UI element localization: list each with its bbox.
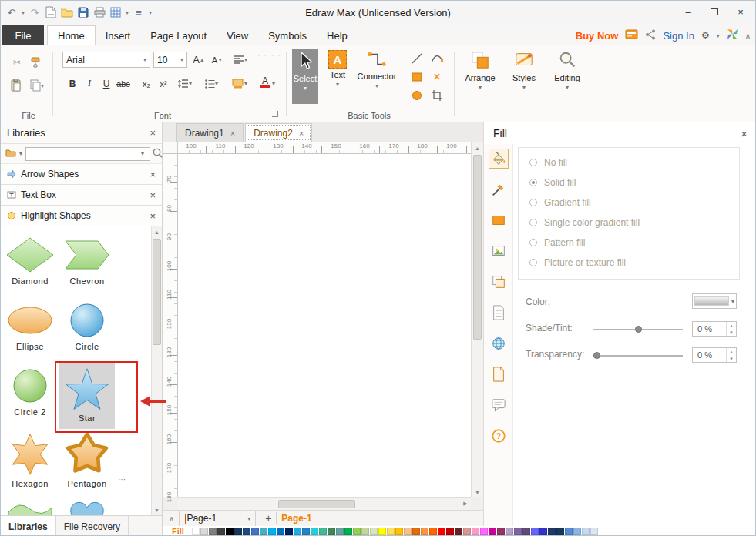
shape-format-icon[interactable] — [489, 210, 509, 230]
shape-item-partial-heart[interactable] — [59, 494, 115, 515]
palette-swatch[interactable] — [328, 528, 335, 535]
scrollbar-thumb[interactable] — [278, 500, 355, 508]
section-close-icon[interactable]: × — [150, 169, 156, 180]
bullet-dropdown-icon[interactable]: ▾ — [215, 80, 218, 87]
transparency-slider[interactable] — [593, 355, 683, 357]
redo-icon[interactable]: ↷ — [29, 5, 41, 19]
share-icon[interactable] — [645, 29, 656, 42]
fill-panel-close-icon[interactable]: × — [741, 127, 748, 140]
color-dropdown[interactable]: ▾ — [692, 293, 737, 309]
library-menu-icon[interactable] — [5, 148, 16, 159]
settings-dropdown-icon[interactable]: ▾ — [717, 32, 720, 39]
customize-dropdown-icon[interactable]: ▾ — [149, 9, 152, 16]
toolbar-dropdown-icon[interactable]: ▾ — [126, 9, 129, 16]
table-grid-icon[interactable] — [109, 5, 122, 19]
font-family-dropdown-icon[interactable]: ▾ — [143, 56, 146, 63]
shape-item-ellipse[interactable]: Ellipse — [2, 297, 58, 363]
line-style-icon[interactable] — [489, 179, 509, 199]
slider-thumb[interactable] — [593, 352, 600, 359]
new-document-icon[interactable] — [45, 5, 57, 19]
shade-value-spinner[interactable]: 0 % ▲▼ — [692, 321, 737, 337]
palette-swatch[interactable] — [226, 528, 234, 535]
editing-button[interactable]: Editing ▾ — [548, 50, 586, 91]
palette-swatch[interactable] — [268, 528, 276, 535]
grow-font-button[interactable]: A▲ — [192, 52, 206, 67]
palette-swatch[interactable] — [421, 528, 428, 535]
palette-swatch[interactable] — [285, 528, 293, 535]
print-icon[interactable] — [93, 5, 106, 19]
sign-in-link[interactable]: Sign In — [663, 30, 694, 42]
page-dropdown-icon[interactable]: ▾ — [247, 515, 250, 522]
libraries-close-icon[interactable]: × — [150, 127, 156, 139]
palette-swatch[interactable] — [251, 528, 259, 535]
palette-swatch[interactable] — [446, 528, 454, 535]
spin-up-icon[interactable]: ▲ — [727, 322, 736, 329]
palette-swatch[interactable] — [539, 528, 547, 535]
section-close-icon[interactable]: × — [150, 210, 156, 222]
palette-swatch[interactable] — [497, 528, 505, 535]
paste-icon[interactable] — [8, 78, 22, 92]
bold-button[interactable]: B — [66, 76, 79, 91]
option-gradient-fill[interactable]: Gradient fill — [529, 193, 728, 213]
tab-close-icon[interactable]: × — [299, 129, 304, 138]
format-painter-icon[interactable] — [29, 55, 42, 69]
license-card-icon[interactable] — [625, 29, 638, 42]
customize-toolbar-icon[interactable]: ≡ — [133, 5, 145, 19]
italic-button[interactable]: I — [82, 76, 96, 91]
section-highlight-shapes[interactable]: Highlight Shapes × — [1, 206, 162, 226]
palette-swatch[interactable] — [573, 528, 581, 535]
text-highlight-icon[interactable] — [230, 76, 244, 91]
palette-swatch[interactable] — [438, 528, 445, 535]
superscript-button[interactable]: x² — [156, 76, 170, 91]
spin-down-icon[interactable]: ▼ — [727, 329, 736, 336]
hyperlink-globe-icon[interactable] — [489, 333, 509, 353]
comment-icon[interactable] — [489, 395, 509, 415]
shape-item-diamond[interactable]: Diamond — [2, 232, 58, 298]
scroll-up-icon[interactable]: ▲ — [152, 226, 162, 237]
scroll-right-icon[interactable]: ▶ — [460, 498, 471, 509]
layers-icon[interactable] — [489, 272, 509, 292]
palette-swatch[interactable] — [429, 528, 437, 535]
picture-icon[interactable] — [489, 241, 509, 261]
cross-tool-icon[interactable]: ✕ — [429, 70, 445, 84]
scrollbar-thumb[interactable] — [153, 239, 161, 345]
tab-home[interactable]: Home — [47, 25, 96, 45]
styles-button[interactable]: Styles ▾ — [506, 50, 542, 91]
palette-swatch[interactable] — [294, 528, 301, 535]
option-no-fill[interactable]: No fill — [529, 152, 728, 173]
cut-icon[interactable]: ✂ — [10, 55, 24, 69]
scroll-down-icon[interactable]: ▼ — [152, 504, 162, 515]
palette-swatch[interactable] — [243, 528, 250, 535]
option-pattern-fill[interactable]: Pattern fill — [529, 233, 728, 253]
arrange-button[interactable]: Arrange ▾ — [460, 50, 500, 91]
shrink-font-button[interactable]: A▼ — [210, 52, 224, 67]
connector-tool-button[interactable]: Connector ▾ — [354, 50, 400, 89]
palette-swatch[interactable] — [378, 528, 386, 535]
document-properties-icon[interactable] — [489, 303, 509, 323]
font-size-dropdown-icon[interactable]: ▾ — [180, 56, 183, 63]
palette-swatch[interactable] — [522, 528, 530, 535]
section-arrow-shapes[interactable]: Arrow Shapes × — [1, 164, 162, 185]
help-icon[interactable]: ? — [489, 426, 509, 446]
option-picture-texture-fill[interactable]: Picture or texture fill — [529, 253, 728, 273]
shape-item-circle[interactable]: Circle — [59, 297, 115, 363]
drawing-canvas[interactable] — [178, 154, 471, 497]
tab-symbols[interactable]: Symbols — [258, 25, 317, 45]
palette-swatch[interactable] — [514, 528, 522, 535]
tab-help[interactable]: Help — [317, 25, 358, 45]
arrange-dropdown-icon[interactable]: ▾ — [479, 84, 482, 91]
text-tool-button[interactable]: A Text ▾ — [326, 50, 349, 88]
spin-up-icon[interactable]: ▲ — [727, 348, 736, 355]
styles-dropdown-icon[interactable]: ▾ — [522, 84, 526, 91]
palette-swatch[interactable] — [582, 528, 590, 535]
fill-bucket-icon[interactable] — [489, 149, 509, 169]
palette-swatch[interactable] — [472, 528, 479, 535]
editing-dropdown-icon[interactable]: ▾ — [566, 84, 569, 91]
palette-swatch[interactable] — [302, 528, 310, 535]
slider-thumb[interactable] — [635, 326, 642, 333]
search-icon[interactable] — [152, 147, 163, 161]
palette-swatch[interactable] — [548, 528, 556, 535]
bottom-tab-file-recovery[interactable]: File Recovery — [56, 516, 129, 536]
save-icon[interactable] — [77, 5, 89, 19]
strikethrough-button[interactable]: abc — [116, 76, 130, 91]
